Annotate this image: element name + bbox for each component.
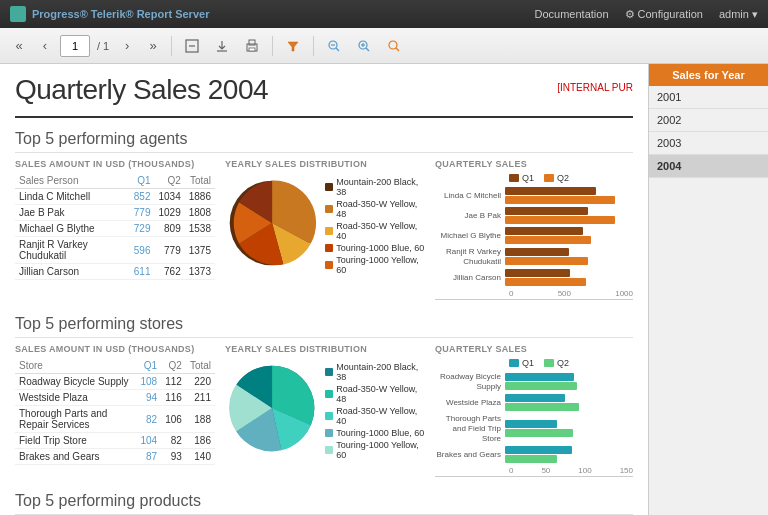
- bar-q2: [505, 382, 577, 390]
- table-row: Field Trip Store10482186: [15, 433, 215, 449]
- svg-rect-5: [249, 48, 255, 51]
- prev-page-button[interactable]: ‹: [34, 34, 56, 57]
- bar-q2: [505, 257, 588, 265]
- agents-q2-legend-color: [544, 174, 554, 182]
- legend-color: [325, 227, 333, 235]
- stores-q2-legend-color: [544, 359, 554, 367]
- legend-item: Touring-1000 Blue, 60: [325, 243, 425, 253]
- toolbar: « ‹ / 1 › »: [0, 28, 768, 64]
- stores-bar-axis: 050100150: [435, 466, 633, 475]
- zoom-out-button[interactable]: [321, 35, 347, 57]
- agents-bar-legend: Q1 Q2: [435, 173, 633, 183]
- bar-q1: [505, 248, 569, 256]
- report-title: Quarterly Sales 2004: [15, 74, 268, 106]
- documentation-link[interactable]: Documentation: [535, 8, 609, 20]
- bar-track: [505, 394, 633, 411]
- sidebar-item-2002[interactable]: 2002: [649, 109, 768, 132]
- bar-track: [505, 373, 633, 390]
- top-bar-left: Progress® Telerik® Report Server: [10, 6, 209, 22]
- legend-item: Road-350-W Yellow, 40: [325, 406, 425, 426]
- bar-row: Jillian Carson: [435, 269, 633, 286]
- download-button[interactable]: [209, 35, 235, 57]
- configuration-link[interactable]: Configuration: [625, 8, 703, 21]
- table-row: Jillian Carson6117621373: [15, 264, 215, 280]
- export-icon: [185, 39, 199, 53]
- search-report-button[interactable]: [381, 35, 407, 57]
- store-col-name: Store: [15, 358, 137, 374]
- bar-q1: [505, 269, 570, 277]
- stores-section: Top 5 performing stores SALES AMOUNT IN …: [15, 315, 633, 477]
- toolbar-divider-3: [313, 36, 314, 56]
- legend-item: Mountain-200 Black, 38: [325, 362, 425, 382]
- agents-pie-label: YEARLY SALES DISTRIBUTION: [225, 159, 425, 169]
- agents-table-label: SALES AMOUNT IN USD (THOUSANDS): [15, 159, 215, 169]
- svg-line-10: [366, 48, 369, 51]
- sidebar-item-2001[interactable]: 2001: [649, 86, 768, 109]
- bar-q1: [505, 446, 572, 454]
- zoom-in-button[interactable]: [351, 35, 377, 57]
- bar-label: Jae B Pak: [435, 211, 505, 221]
- legend-color: [325, 205, 333, 213]
- sidebar-item-2004[interactable]: 2004: [649, 155, 768, 178]
- table-row: Ranjit R Varkey Chudukatil5967791375: [15, 237, 215, 264]
- bar-track: [505, 269, 633, 286]
- page-number-input[interactable]: [60, 35, 90, 57]
- progress-logo-icon: [10, 6, 26, 22]
- print-button[interactable]: [239, 35, 265, 57]
- main-layout: Quarterly Sales 2004 [INTERNAL PUR Top 5…: [0, 64, 768, 515]
- bar-q1: [505, 420, 557, 428]
- bar-q2: [505, 403, 579, 411]
- bar-q2: [505, 455, 557, 463]
- bar-row: Roadway Bicycle Supply: [435, 372, 633, 391]
- next-page-button[interactable]: ›: [116, 34, 138, 57]
- legend-color: [325, 429, 333, 437]
- table-row: Michael G Blythe7298091538: [15, 221, 215, 237]
- bar-label: Westside Plaza: [435, 398, 505, 408]
- bar-q2: [505, 216, 615, 224]
- admin-menu[interactable]: admin ▾: [719, 8, 758, 21]
- legend-color: [325, 244, 333, 252]
- bar-track: [505, 420, 633, 437]
- right-sidebar: Sales for Year 2001200220032004: [648, 64, 768, 515]
- products-section-title: Top 5 performing products: [15, 492, 633, 515]
- sidebar-title: Sales for Year: [649, 64, 768, 86]
- legend-item: Touring-1000 Yellow, 60: [325, 440, 425, 460]
- bar-row: Brakes and Gears: [435, 446, 633, 463]
- print-icon: [245, 39, 259, 53]
- app-title: Progress® Telerik® Report Server: [32, 8, 209, 20]
- svg-line-14: [396, 48, 399, 51]
- bar-row: Ranjit R Varkey Chudukatil: [435, 247, 633, 266]
- store-col-total: Total: [186, 358, 215, 374]
- bar-track: [505, 227, 633, 244]
- sidebar-item-2003[interactable]: 2003: [649, 132, 768, 155]
- table-row: Brakes and Gears8793140: [15, 449, 215, 465]
- agents-bar-chart: Linda C Mitchell Jae B Pak Michael G Bly…: [435, 187, 633, 286]
- export-button[interactable]: [179, 35, 205, 57]
- stores-bar-container: QUARTERLY SALES Q1 Q2 Roadway Bicycle Su…: [435, 344, 633, 477]
- stores-bar-legend: Q1 Q2: [435, 358, 633, 368]
- zoom-in-icon: [357, 39, 371, 53]
- products-section: Top 5 performing products: [15, 492, 633, 515]
- table-row: Westside Plaza94116211: [15, 390, 215, 406]
- page-total: / 1: [97, 40, 109, 52]
- legend-color: [325, 261, 333, 269]
- agents-q1-legend: Q1: [509, 173, 534, 183]
- bar-row: Michael G Blythe: [435, 227, 633, 244]
- agents-pie-legend: Mountain-200 Black, 38Road-350-W Yellow,…: [325, 177, 425, 277]
- last-page-button[interactable]: »: [142, 34, 164, 57]
- legend-color: [325, 446, 333, 454]
- legend-color: [325, 368, 333, 376]
- content-area[interactable]: Quarterly Sales 2004 [INTERNAL PUR Top 5…: [0, 64, 648, 515]
- agent-col-q1: Q1: [130, 173, 155, 189]
- legend-item: Touring-1000 Yellow, 60: [325, 255, 425, 275]
- bar-row: Westside Plaza: [435, 394, 633, 411]
- stores-pie-legend: Mountain-200 Black, 38Road-350-W Yellow,…: [325, 362, 425, 462]
- legend-item: Road-350-W Yellow, 48: [325, 384, 425, 404]
- download-icon: [215, 39, 229, 53]
- first-page-button[interactable]: «: [8, 34, 30, 57]
- bar-label: Ranjit R Varkey Chudukatil: [435, 247, 505, 266]
- filter-button[interactable]: [280, 35, 306, 57]
- table-row: Roadway Bicycle Supply108112220: [15, 374, 215, 390]
- agents-table-container: SALES AMOUNT IN USD (THOUSANDS) Sales Pe…: [15, 159, 215, 300]
- agents-section: Top 5 performing agents SALES AMOUNT IN …: [15, 130, 633, 300]
